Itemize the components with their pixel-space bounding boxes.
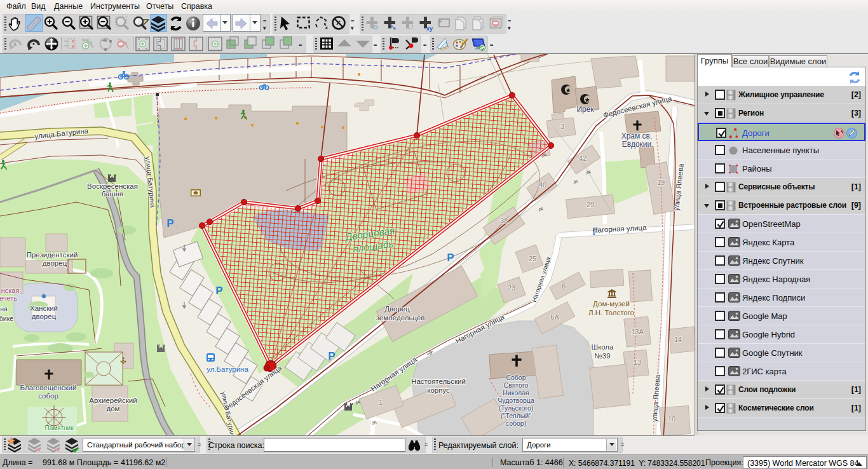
svg-text:Дом-музей: Дом-музей [593,300,630,308]
svg-text:1: 1 [379,398,383,406]
svg-text:6: 6 [562,282,566,290]
svg-text:ня: ня [0,305,7,313]
svg-text:x: x [13,41,17,47]
svg-text:19: 19 [657,179,665,186]
svg-text:23: 23 [508,284,515,292]
svg-text:дом: дом [106,405,119,412]
svg-text:Л.Н. Толстого: Л.Н. Толстого [588,309,634,316]
svg-text:Собор: Собор [506,374,526,381]
svg-text:бике: бике [0,315,13,322]
svg-text:38: 38 [500,217,508,224]
svg-text:ечеть: ечеть [0,294,17,302]
svg-text:Благовещенский: Благовещенский [20,384,77,391]
svg-text:(Тульского): (Тульского) [499,404,534,412]
svg-text:Храм св.: Храм св. [621,132,653,140]
svg-text:Памятник: Памятник [44,425,74,432]
svg-text:земледельцев: земледельцев [376,314,425,322]
svg-text:P: P [328,350,335,362]
svg-text:Президентский: Президентский [27,251,78,259]
svg-text:3: 3 [560,123,564,130]
svg-text:Настоятельский: Настоятельский [411,377,466,385]
svg-text:("Теплый": ("Теплый" [501,412,531,419]
svg-text:Ирек: Ирек [576,105,594,114]
svg-text:корпус: корпус [427,386,450,394]
svg-text:xy: xy [426,25,433,32]
svg-text:собор: собор [38,392,58,400]
svg-text:Дворец: Дворец [384,305,410,313]
svg-text:дворец: дворец [32,313,57,320]
svg-text:Воскресенская: Воскресенская [87,182,138,190]
svg-text:40: 40 [539,181,546,189]
svg-text:13А: 13А [631,328,644,336]
svg-text:Николая: Николая [503,389,529,397]
svg-text:Ханский: Ханский [30,304,58,312]
svg-text:P: P [447,252,454,264]
svg-text:№39: №39 [594,352,610,360]
svg-text:дворец: дворец [43,259,67,267]
svg-text:10: 10 [668,415,675,423]
svg-text:29: 29 [587,201,594,208]
svg-text:нская: нская [1,287,20,294]
svg-text:башня: башня [102,190,124,198]
svg-text:6А: 6А [550,313,559,321]
svg-text:Архиерейский: Архиерейский [89,397,137,404]
svg-text:P: P [166,217,173,229]
svg-text:Чудотворца: Чудотворца [498,397,534,404]
svg-text:42: 42 [579,154,587,162]
svg-text:Святого: Святого [504,381,529,389]
svg-text:14: 14 [674,336,682,343]
svg-text:Школа: Школа [592,343,614,351]
svg-text:P: P [215,285,222,297]
svg-text:собор): собор) [506,419,526,427]
svg-text:13: 13 [634,358,641,366]
svg-text:Евдокии: Евдокии [622,140,652,149]
svg-text:25: 25 [529,255,536,262]
svg-text:ул.Батурина: ул.Батурина [207,365,248,373]
